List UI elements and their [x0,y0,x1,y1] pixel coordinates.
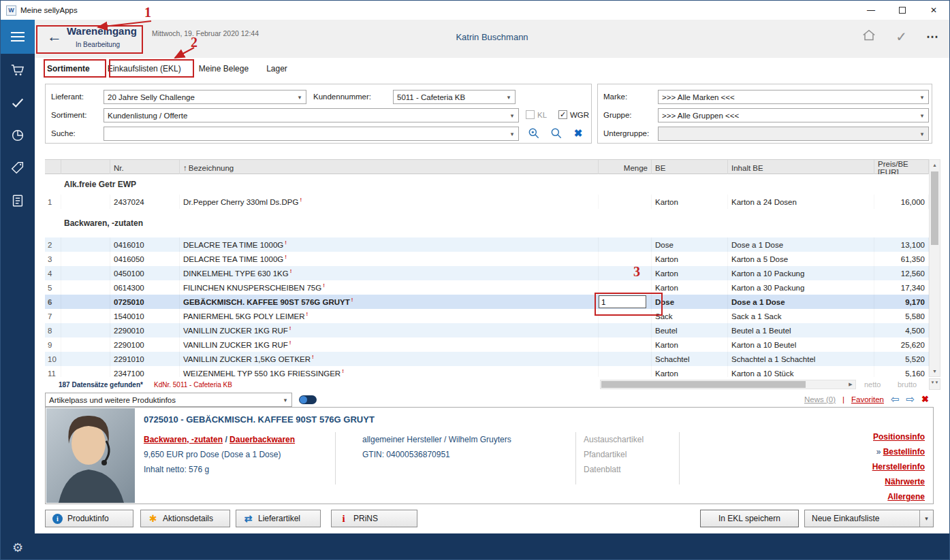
cell-menge [599,337,652,352]
link-herstellerinfo[interactable]: Herstellerinfo [872,462,925,472]
horizontal-scrollbar[interactable]: ▶ [600,380,856,389]
info-toggle[interactable] [299,395,317,404]
link-allergene[interactable]: Allergene [887,492,925,501]
maximize-button[interactable] [887,1,918,20]
save-to-ekl-button[interactable]: In EKL speichern [700,510,799,527]
prev-article-icon[interactable]: ⇦ [891,394,900,404]
gruppe-select[interactable]: >>> Alle Gruppen <<< ▾ [658,108,929,122]
menge-input[interactable] [599,295,646,308]
cell-bezeichnung: VANILLIN ZUCKER 1KG RUF! [180,323,599,337]
row-spacer [61,280,110,295]
cell-be: Karton [652,266,728,280]
scrollbar-thumb[interactable] [931,171,938,245]
aktionsdetails-button[interactable]: ✱Aktionsdetails [140,510,230,527]
group-row: Alk.freie Getr EWP [45,174,929,195]
wgr-checkbox[interactable]: ✓ WGR [558,110,589,119]
lieferartikel-button[interactable]: ⇄Lieferartikel [236,510,321,527]
link-positionsinfo[interactable]: Positionsinfo [873,432,925,442]
table-row[interactable]: 50614300FILINCHEN KNUSPERSCHEIBEN 75G!Ka… [45,280,929,295]
news-link[interactable]: News (0) [804,395,836,403]
group-row: Backwaren, -zutaten [45,209,929,237]
row-number: 11 [45,366,61,377]
confirm-check-icon[interactable]: ✓ [896,30,907,44]
toggle-knob [300,396,307,403]
scroll-right-icon[interactable]: ▶ [846,380,855,389]
category-link[interactable]: Dauerbackwaren [229,435,295,444]
cell-nr: 2437024 [110,195,180,209]
scroll-jump-icon[interactable]: ▼▼ [929,378,940,390]
vertical-scrollbar[interactable]: ▲ ▼ [929,159,940,377]
cell-menge [599,252,652,266]
link-separator: | [842,395,844,403]
row-number: 6 [45,295,61,309]
search-plus-icon[interactable] [526,126,542,141]
cell-menge [599,280,652,295]
scroll-down-icon[interactable]: ▼ [930,366,940,376]
sortiment-select[interactable]: Kundenlistung / Offerte ▾ [104,108,519,122]
table-row[interactable]: 112347100WEIZENMEHL TYP 550 1KG FRIESSIN… [45,366,929,377]
favoriten-link[interactable]: Favoriten [851,395,884,403]
cell-nr: 1540010 [110,309,180,323]
catalog-icon[interactable] [1,184,35,217]
detail-divider [575,432,576,484]
search-field[interactable] [108,130,506,138]
menu-icon[interactable] [1,20,35,54]
minimize-button[interactable]: — [855,1,887,20]
statistics-pie-icon[interactable] [1,119,35,152]
cell-preis: 61,350 [874,252,929,266]
tasks-check-icon[interactable] [1,86,35,119]
row-info-icon: ! [285,237,287,246]
home-icon[interactable] [861,28,876,45]
tab-einkaufslisten-ekl[interactable]: Einkaufslisten (EKL) [108,64,181,73]
cell-inhalt: Sack a 1 Sack [728,309,874,323]
settings-icon[interactable]: ⚙ [1,540,35,555]
tab-sortimente[interactable]: Sortimente [47,64,90,73]
cell-preis: 4,500 [874,323,929,337]
offers-tag-icon[interactable] [1,152,35,184]
search-input[interactable]: ▾ [104,127,519,141]
article-table: Nr. ↑ Bezeichnung Menge BE Inhalt BE Pre… [45,159,929,377]
kl-checkbox[interactable]: KL [526,110,547,119]
table-row[interactable]: 92290100VANILLIN ZUCKER 1KG RUF!KartonKa… [45,337,929,352]
table-row[interactable]: 82290010VANILLIN ZUCKER 1KG RUF!BeutelBe… [45,323,929,337]
tab-meine-belege[interactable]: Meine Belege [199,64,249,73]
chevron-down-icon: ▾ [295,90,304,103]
tab-lager[interactable]: Lager [266,64,287,73]
row-number: 2 [45,237,61,252]
row-info-icon: ! [323,280,325,289]
cart-icon[interactable] [1,54,35,86]
link-bestellinfo[interactable]: Bestellinfo [883,447,925,457]
table-row[interactable]: 40450100DINKELMEHL TYPE 630 1KG!KartonKa… [45,266,929,280]
cell-bezeichnung: GEBÄCKMISCH. KAFFEE 90ST 576G GRUYT! [180,295,599,309]
lieferant-select[interactable]: 20 Jahre Selly Challenge ▾ [104,90,306,104]
cell-bezeichnung: DINKELMEHL TYPE 630 1KG! [180,266,599,280]
table-row[interactable]: 12437024Dr.Pepper Cherry 330ml Ds.DPG!Ka… [45,195,929,209]
more-options-icon[interactable]: ⋯ [926,31,938,43]
cell-nr: 0416010 [110,237,180,252]
close-detail-icon[interactable]: ✖ [921,394,929,404]
table-row[interactable]: 60725010GEBÄCKMISCH. KAFFEE 90ST 576G GR… [45,295,929,309]
detail-link-line: Nährwerte [872,474,925,489]
produktinfo-button[interactable]: iProduktinfo [45,510,133,527]
close-button[interactable]: ✕ [918,1,949,20]
chevron-down-icon: ▾ [919,510,933,527]
kundennummer-select[interactable]: 5011 - Cafeteria KB ▾ [393,90,516,104]
table-row[interactable]: 71540010PANIERMEHL 5KG POLY LEIMER!SackS… [45,309,929,323]
detail-links: Positionsinfo» BestellinfoHerstellerinfo… [872,429,925,504]
scrollbar-thumb[interactable] [601,381,806,388]
table-row[interactable]: 102291010VANILLIN ZUCKER 1,5KG OETKER!Sc… [45,352,929,366]
table-row[interactable]: 20416010DELACRE TEA TIME 1000G!DoseDose … [45,237,929,252]
next-article-icon[interactable]: ⇨ [906,394,915,404]
scroll-up-icon[interactable]: ▲ [930,160,940,170]
new-shopping-list-button[interactable]: Neue Einkaufsliste ▾ [804,510,934,527]
category-link[interactable]: Backwaren, -zutaten [144,435,223,444]
table-row[interactable]: 30416050DELACRE TEA TIME 1000G!KartonKar… [45,252,929,266]
marke-select[interactable]: >>> Alle Marken <<< ▾ [658,90,929,104]
link-nährwerte[interactable]: Nährwerte [885,477,925,487]
prins-button[interactable]: iPRiNS [331,510,417,527]
wgr-label: WGR [570,111,589,119]
artikelpass-select[interactable]: Artikelpass und weitere Produktinfos ▾ [45,393,292,407]
table-header: Nr. ↑ Bezeichnung Menge BE Inhalt BE Pre… [45,159,929,174]
search-icon[interactable] [548,126,565,141]
clear-search-icon[interactable]: ✖ [570,126,586,141]
